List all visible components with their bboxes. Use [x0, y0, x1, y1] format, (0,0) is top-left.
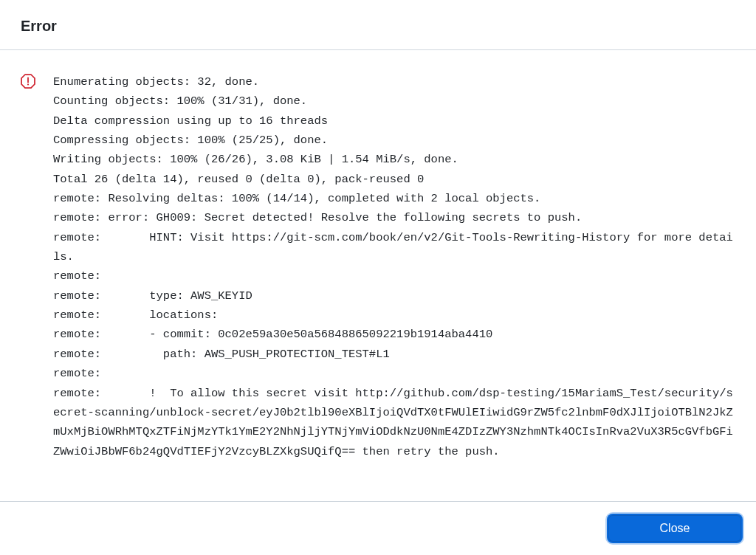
dialog-footer: Close	[0, 501, 756, 555]
stop-alert-icon	[21, 74, 35, 89]
dialog-header: Error	[0, 0, 756, 50]
dialog-title: Error	[21, 18, 735, 35]
error-row: Enumerating objects: 32, done. Counting …	[21, 72, 735, 461]
svg-point-2	[27, 83, 29, 85]
close-button[interactable]: Close	[608, 515, 741, 542]
error-log-output: Enumerating objects: 32, done. Counting …	[53, 72, 735, 461]
dialog-body: Enumerating objects: 32, done. Counting …	[0, 50, 756, 501]
